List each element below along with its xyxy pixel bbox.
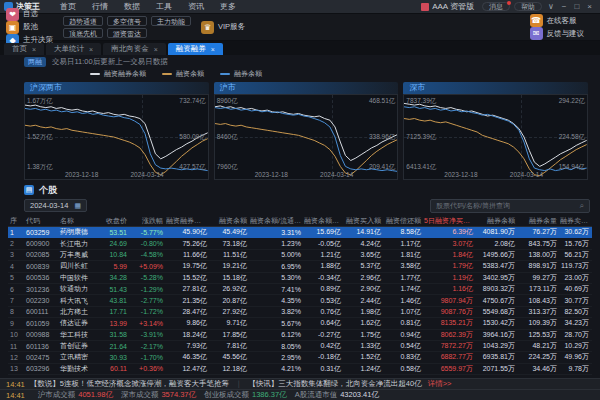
table-row[interactable]: 13603296华勤技术60.11+0.36%12.47亿12.18亿4.21%… [8, 364, 592, 375]
date-picker[interactable]: 2024-03-14 ▦ [24, 199, 87, 212]
column-header-11[interactable]: 5日融资净买入额↓ [424, 216, 476, 226]
column-header-3[interactable]: 收盘价 [98, 216, 130, 226]
toolbar-item-自选[interactable]: ❤自选 [6, 8, 53, 21]
titlebar-button-帮助[interactable]: 帮助 [514, 2, 542, 11]
table-row[interactable]: 3002085万丰奥威10.84-4.58%11.66亿11.51亿5.00%1… [8, 250, 592, 261]
close-button[interactable]: × [583, 2, 596, 11]
cell-chg: 1.88亿 [304, 261, 344, 271]
table-row[interactable]: 5600536中国软件34.28-5.28%15.52亿15.18亿5.30%-… [8, 273, 592, 284]
tab-南北向资金[interactable]: 南北向资金× [103, 43, 166, 55]
menu-item-工具[interactable]: 工具 [148, 2, 180, 11]
cell-code: 600536 [24, 274, 58, 281]
cell-rz: 73.18亿 [210, 239, 250, 249]
cell-net5: 1.16亿 [424, 284, 476, 294]
tab-首页[interactable]: 首页× [4, 43, 44, 55]
chart-panel-沪市: 沪市8960亿8460亿7960亿468.51亿338.96亿209.41亿20… [214, 82, 399, 180]
title-bar: 决策王 首页行情数据工具资讯更多 AAA 资管版 消息帮助 ∨−□× [0, 0, 600, 14]
x-axis-label-start: 2023-12-18 [255, 171, 288, 178]
column-header-8[interactable]: 融资余额增减 [304, 216, 344, 226]
tab-融资融券[interactable]: 融资融券× [168, 43, 223, 55]
tab-close-icon[interactable]: × [32, 46, 36, 53]
menu-item-行情[interactable]: 行情 [84, 2, 116, 11]
maximize-button[interactable]: □ [570, 2, 583, 11]
table-row[interactable]: 2600900长江电力24.69-0.80%75.26亿73.18亿1.23%-… [8, 238, 592, 249]
cell-rz: 19.21亿 [210, 261, 250, 271]
table-row[interactable]: 8600111北方稀土17.71-1.72%28.47亿27.92亿3.82%0… [8, 307, 592, 318]
chart-plot[interactable]: 1.67万亿1.52万亿1.38万亿732.74亿580.09亿427.57亿2… [24, 94, 209, 180]
strategy-button-主力动能[interactable]: 主力动能 [151, 16, 191, 26]
table-row[interactable]: 11601136首创证券21.64-2.17%7.93亿7.81亿8.05%0.… [8, 341, 592, 352]
toolbar-item-反馈与建议[interactable]: ✉反馈与建议 [530, 27, 585, 40]
ticker-headline[interactable]: 【快讯】三大指数集体翻绿，北向资金净流出超40亿 [248, 379, 421, 389]
menu-item-数据[interactable]: 数据 [116, 2, 148, 11]
ticker-time: 14:41 [6, 391, 25, 400]
tab-大单统计[interactable]: 大单统计× [46, 43, 101, 55]
search-input[interactable] [436, 202, 577, 209]
column-header-1[interactable]: 代码 [24, 216, 58, 226]
market-ticker[interactable]: 14:41沪市成交额4051.98亿深市成交额3574.37亿创业板成交额138… [0, 389, 600, 400]
margin-badge: 两融 [24, 57, 46, 67]
strategy-button-顶底先机[interactable]: 顶底先机 [63, 28, 103, 38]
right-axis-label: 580.09亿 [179, 133, 205, 140]
cell-rzrq: 11.66亿 [166, 250, 210, 260]
chart-panel-深市: 深市7837.39亿7125.39亿6413.41亿294.22亿224.58亿… [403, 82, 588, 180]
collapse-button[interactable]: ∨ [544, 2, 558, 11]
menu-item-资讯[interactable]: 资讯 [180, 2, 212, 11]
column-header-6[interactable]: 融资余额 [210, 216, 250, 226]
table-row[interactable]: 1603259药明康德53.51-5.77%45.90亿45.49亿3.31%1… [8, 227, 592, 238]
column-header-9[interactable]: 融资买入额 [344, 216, 384, 226]
cell-pct: -1.70% [130, 354, 166, 361]
column-header-4[interactable]: 涨跌幅 [130, 216, 166, 226]
strategy-button-多空信号[interactable]: 多空信号 [107, 16, 147, 26]
tab-close-icon[interactable]: × [154, 46, 158, 53]
toolbar-item-在线客服[interactable]: ☎在线客服 [530, 14, 585, 27]
ticker-headline[interactable]: 【数说】5连板！低空经济概念掀涨停潮，融资客大手笔抢筹 [30, 379, 229, 389]
cell-rq: 4081.90万 [476, 227, 518, 237]
cell-seq: 9 [8, 320, 24, 327]
chart-plot[interactable]: 8960亿8460亿7960亿468.51亿338.96亿209.41亿2023… [214, 94, 399, 180]
chart-plot[interactable]: 7837.39亿7125.39亿6413.41亿294.22亿224.58亿15… [403, 94, 588, 180]
column-header-0[interactable]: 序 [8, 216, 24, 226]
table-row[interactable]: 7002230科大讯飞43.81-2.77%21.35亿20.87亿4.35%0… [8, 295, 592, 306]
tab-close-icon[interactable]: × [211, 46, 215, 53]
table-row[interactable]: 10000988华工科技31.58-3.91%18.24亿17.85亿6.12%… [8, 330, 592, 341]
cell-buy: 3.65亿 [344, 250, 384, 260]
left-axis-label: 1.67万亿 [27, 97, 53, 104]
cell-pct: -0.80% [130, 240, 166, 247]
cell-price: 30.93 [98, 354, 130, 361]
column-header-13[interactable]: 融券余量 [518, 216, 560, 226]
column-header-5[interactable]: 融资融券余额 [166, 216, 210, 226]
titlebar-button-消息[interactable]: 消息 [482, 2, 510, 11]
toolbar-item-股池[interactable]: ▣股池 [6, 21, 53, 34]
menu-item-更多[interactable]: 更多 [212, 2, 244, 11]
stock-search[interactable]: ⌕ [430, 199, 590, 213]
cell-ratio: 6.12% [250, 331, 304, 338]
account-info[interactable]: AAA 资管版 [421, 1, 474, 12]
table-row[interactable]: 6301236软通动力51.43-1.29%27.81亿26.92亿7.41%0… [8, 284, 592, 295]
news-ticker[interactable]: 14:41【数说】5连板！低空经济概念掀涨停潮，融资客大手笔抢筹｜【快讯】三大指… [0, 378, 600, 389]
cell-buy: 5.37亿 [344, 261, 384, 271]
cell-rqvol: 108.43万 [518, 296, 560, 306]
column-header-14[interactable]: 融券卖出量 [560, 216, 592, 226]
column-header-7[interactable]: 融资余额/流通市值 [250, 216, 304, 226]
cell-price: 31.58 [98, 331, 130, 338]
cell-repay: 0.94亿 [384, 330, 424, 340]
table-row[interactable]: 12002475立讯精密30.93-1.70%46.35亿45.56亿2.95%… [8, 352, 592, 363]
strategy-button-趋势通道[interactable]: 趋势通道 [63, 16, 103, 26]
column-header-2[interactable]: 名称 [58, 216, 98, 226]
strategy-button-游资雷达[interactable]: 游资雷达 [107, 28, 147, 38]
ticker-detail-link[interactable]: 详情>> [428, 379, 452, 389]
cell-rqsell: 15.76万 [560, 239, 592, 249]
table-row[interactable]: 9601059信达证券13.99+3.14%9.86亿9.71亿5.67%0.6… [8, 318, 592, 329]
column-header-12[interactable]: 融券余额 [476, 216, 518, 226]
column-header-10[interactable]: 融资偿还额 [384, 216, 424, 226]
tab-close-icon[interactable]: × [89, 46, 93, 53]
cell-ratio: 5.67% [250, 320, 304, 327]
market-stat-label: A股流通市值 [295, 390, 338, 400]
cell-repay: 0.54亿 [384, 341, 424, 351]
charts-area: 沪深两市1.67万亿1.52万亿1.38万亿732.74亿580.09亿427.… [0, 80, 600, 180]
chart-panel-沪深两市: 沪深两市1.67万亿1.52万亿1.38万亿732.74亿580.09亿427.… [24, 82, 209, 180]
toolbar-item-VIP服务[interactable]: ♛VIP服务 [201, 21, 245, 34]
table-row[interactable]: 4600839四川长虹5.99+5.09%19.75亿19.21亿6.95%1.… [8, 261, 592, 272]
minimize-button[interactable]: − [558, 2, 571, 11]
